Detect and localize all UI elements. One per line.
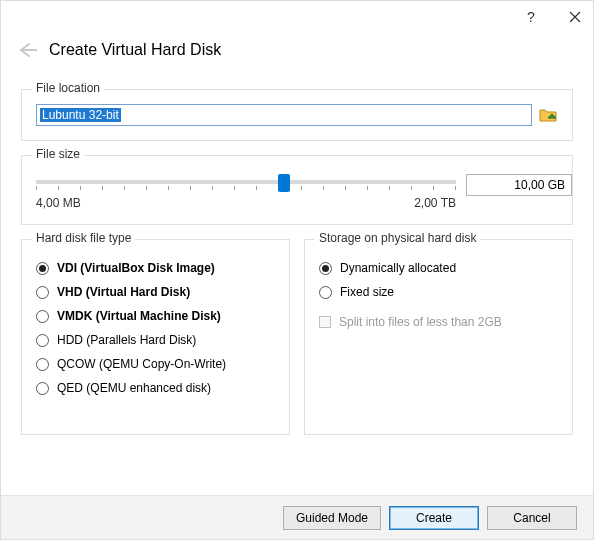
disk-type-label: VDI (VirtualBox Disk Image) [57,261,215,275]
radio-indicator [36,262,49,275]
radio-indicator [36,334,49,347]
disk-type-label: QCOW (QEMU Copy-On-Write) [57,357,226,371]
storage-label: Fixed size [340,285,394,299]
dialog-header: Create Virtual Hard Disk [1,33,593,75]
close-icon[interactable] [567,9,583,25]
disk-type-radio[interactable]: QED (QEMU enhanced disk) [36,376,275,400]
help-icon[interactable]: ? [523,9,539,25]
disk-type-radio[interactable]: VHD (Virtual Hard Disk) [36,280,275,304]
file-size-slider[interactable] [36,180,456,184]
radio-indicator [36,382,49,395]
split-files-checkbox-row: Split into files of less than 2GB [319,310,558,334]
file-location-value: Lubuntu 32-bit [40,108,121,122]
radio-indicator [36,358,49,371]
file-size-input[interactable] [466,174,572,196]
group-label-disk-type: Hard disk file type [32,231,135,245]
svg-text:?: ? [527,10,535,24]
split-files-label: Split into files of less than 2GB [339,315,502,329]
group-label-file-location: File location [32,81,104,95]
group-label-storage: Storage on physical hard disk [315,231,480,245]
disk-type-radio[interactable]: HDD (Parallels Hard Disk) [36,328,275,352]
dialog-content: File location Lubuntu 32-bit File size [1,89,593,435]
create-button[interactable]: Create [389,506,479,530]
file-location-input[interactable]: Lubuntu 32-bit [36,104,532,126]
back-arrow-icon[interactable] [17,42,37,58]
radio-indicator [36,310,49,323]
disk-type-label: VHD (Virtual Hard Disk) [57,285,190,299]
radio-indicator [319,262,332,275]
disk-type-label: HDD (Parallels Hard Disk) [57,333,196,347]
group-file-location: File location Lubuntu 32-bit [21,89,573,141]
disk-type-label: VMDK (Virtual Machine Disk) [57,309,221,323]
storage-radio[interactable]: Dynamically allocated [319,256,558,280]
slider-ticks [36,186,456,190]
slider-thumb[interactable] [278,174,290,192]
cancel-button[interactable]: Cancel [487,506,577,530]
disk-type-label: QED (QEMU enhanced disk) [57,381,211,395]
titlebar: ? [1,1,593,33]
storage-label: Dynamically allocated [340,261,456,275]
split-files-checkbox [319,316,331,328]
disk-type-radio[interactable]: VDI (VirtualBox Disk Image) [36,256,275,280]
page-title: Create Virtual Hard Disk [49,41,221,59]
slider-min-label: 4,00 MB [36,196,81,210]
disk-type-radio[interactable]: VMDK (Virtual Machine Disk) [36,304,275,328]
group-file-size: File size 4,00 MB 2,00 TB [21,155,573,225]
group-disk-type: Hard disk file type VDI (VirtualBox Disk… [21,239,290,435]
slider-max-label: 2,00 TB [414,196,456,210]
group-storage: Storage on physical hard disk Dynamicall… [304,239,573,435]
radio-indicator [319,286,332,299]
dialog-footer: Guided Mode Create Cancel [1,495,593,539]
guided-mode-button[interactable]: Guided Mode [283,506,381,530]
browse-folder-button[interactable] [538,105,558,125]
radio-indicator [36,286,49,299]
group-label-file-size: File size [32,147,84,161]
disk-type-radio[interactable]: QCOW (QEMU Copy-On-Write) [36,352,275,376]
storage-radio[interactable]: Fixed size [319,280,558,304]
